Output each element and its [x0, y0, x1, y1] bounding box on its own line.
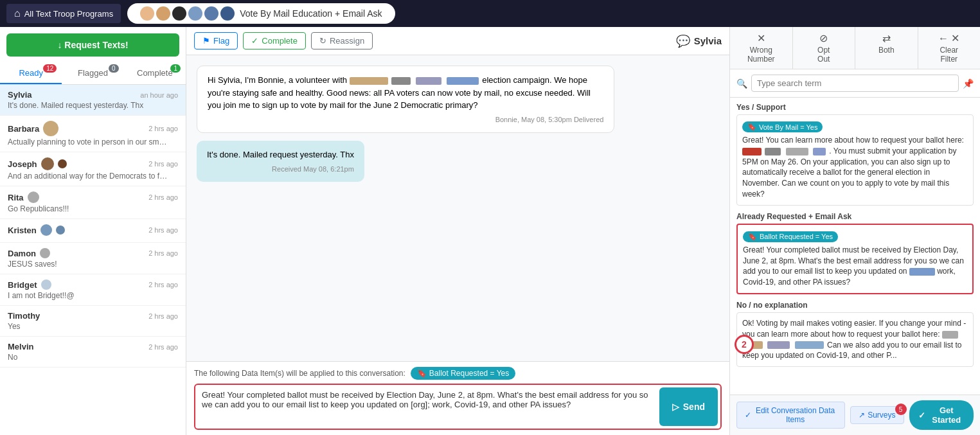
contact-preview: Actually planning to vote in person in o… — [8, 138, 168, 146]
tab-complete-label: Complete — [137, 68, 173, 78]
campaign-title: Vote By Mail Education + Email Ask — [240, 8, 382, 19]
chat-icon: 💬 — [676, 34, 690, 48]
contact-time: 2 hrs ago — [148, 281, 178, 289]
avatar-damon — [40, 248, 50, 258]
contact-time: 2 hrs ago — [148, 160, 178, 168]
blur-org2 — [391, 77, 411, 85]
contact-item-sylvia[interactable]: Sylvia an hour ago It's done. Mailed req… — [0, 85, 186, 116]
tabs-row: Ready 12 Flagged 0 Complete 1 — [0, 63, 186, 85]
clear-filter-label: ClearFilter — [940, 46, 958, 64]
contact-header: Timothy 2 hrs ago — [8, 311, 178, 321]
pin-icon: 📌 — [963, 78, 974, 89]
contact-name: Rita — [8, 191, 39, 203]
request-texts-label: ↓ Request Texts! — [57, 40, 128, 50]
blur1 — [742, 148, 762, 155]
contact-header: Kristen 2 hrs ago — [8, 224, 178, 236]
search-bar: 🔍 📌 — [730, 69, 980, 98]
contact-preview: No — [8, 353, 168, 362]
contact-time: 2 hrs ago — [148, 343, 178, 351]
compose-textarea[interactable]: Great! Your completed ballot must be rec… — [198, 387, 654, 426]
complete-label: Complete — [262, 36, 298, 46]
tab-ready-label: Ready — [19, 68, 43, 78]
flag-icon: ⚑ — [202, 36, 210, 46]
message-text: Hi Sylvia, I'm Bonnie, a volunteer with — [208, 75, 350, 85]
avatar-kristen2 — [56, 226, 65, 235]
tab-ready[interactable]: Ready 12 — [0, 63, 62, 84]
contact-time: 2 hrs ago — [148, 125, 178, 132]
section-yes-support: Yes / Support 🔖 Vote By Mail = Yes Great… — [736, 103, 974, 206]
ballot-requested-tag: 🔖 Ballot Requested = Yes — [743, 231, 838, 242]
flag-label: Flag — [213, 36, 229, 46]
contact-item-melvin[interactable]: Melvin 2 hrs ago No — [0, 337, 186, 368]
contact-time: 2 hrs ago — [148, 226, 178, 234]
contact-item-kristen[interactable]: Kristen 2 hrs ago — [0, 219, 186, 243]
wrong-number-icon: ✕ — [757, 32, 765, 44]
contact-name: Bridget — [8, 280, 51, 290]
bookmark-icon: 🔖 — [747, 123, 756, 131]
tag-text: Vote By Mail = Yes — [759, 123, 817, 131]
get-started-button[interactable]: ✓ Get Started — [909, 400, 974, 430]
clear-filter-button[interactable]: ← ✕ ClearFilter — [918, 27, 981, 69]
top-nav: ⌂ All Text Troop Programs Vote By Mail E… — [0, 0, 980, 27]
search-icon: 🔍 — [736, 78, 747, 89]
tab-complete[interactable]: Complete 1 — [124, 63, 186, 84]
contact-item-damon[interactable]: Damon 2 hrs ago JESUS saves! — [0, 243, 186, 274]
surveys-badge: 5 — [895, 404, 907, 415]
right-footer: ✓ Edit Conversation Data Items ↗ Surveys… — [730, 395, 980, 435]
opt-out-icon: ⊘ — [819, 32, 828, 44]
section-title: Yes / Support — [736, 103, 974, 112]
reassign-label: Reassign — [330, 36, 364, 46]
avatar-joseph2 — [58, 159, 67, 168]
wrong-number-button[interactable]: ✕ WrongNumber — [730, 27, 793, 69]
section-title-no: No / no explanation — [736, 301, 974, 310]
incoming-message: It's done. Mailed request yesterday. Thx… — [197, 141, 364, 182]
both-button[interactable]: ⇄ Both — [855, 27, 918, 69]
opt-out-button[interactable]: ⊘ OptOut — [793, 27, 856, 69]
contact-item-joseph[interactable]: Joseph 2 hrs ago And an additional way f… — [0, 152, 186, 186]
bookmark-icon: 🔖 — [417, 369, 427, 378]
outgoing-message: Hi Sylvia, I'm Bonnie, a volunteer with … — [197, 66, 614, 133]
contact-item-barbara[interactable]: Barbara 2 hrs ago Actually planning to v… — [0, 116, 186, 152]
canned-item-vote-by-mail-yes[interactable]: 🔖 Vote By Mail = Yes Great! You can lear… — [736, 114, 974, 206]
contact-item-rita[interactable]: Rita 2 hrs ago Go Republicans!!! — [0, 186, 186, 219]
home-icon: ⌂ — [14, 8, 21, 19]
contact-item-bridget[interactable]: Bridget 2 hrs ago I am not Bridget!!@ — [0, 274, 186, 306]
tab-flagged-badge: 0 — [109, 64, 119, 73]
canned-item-no[interactable]: Ok! Voting by mail makes voting easier. … — [736, 312, 974, 367]
tab-flagged-label: Flagged — [78, 68, 108, 78]
blur-org — [350, 77, 388, 85]
avatar-barbara — [43, 121, 58, 136]
home-button[interactable]: ⌂ All Text Troop Programs — [6, 4, 121, 23]
contact-item-timothy[interactable]: Timothy 2 hrs ago Yes — [0, 306, 186, 337]
contact-name: Joseph — [8, 157, 67, 170]
get-started-label: Get Started — [929, 405, 965, 425]
canned-item-ballot-requested[interactable]: 🔖 Ballot Requested = Yes Great! Your com… — [736, 224, 974, 294]
flag-button[interactable]: ⚑ Flag — [194, 32, 238, 49]
contact-header: Sylvia an hour ago — [8, 90, 178, 100]
request-texts-button[interactable]: ↓ Request Texts! — [6, 33, 179, 57]
avatar-3 — [172, 6, 186, 21]
tab-complete-badge: 1 — [170, 64, 181, 73]
edit-conv-label: Edit Conversation Data Items — [754, 406, 837, 424]
avatar-2 — [156, 6, 170, 21]
wrong-number-label: WrongNumber — [747, 46, 775, 64]
vote-by-mail-tag: 🔖 Vote By Mail = Yes — [742, 121, 823, 132]
tag-text: Ballot Requested = Yes — [760, 233, 833, 240]
send-button[interactable]: ▷ Send — [659, 387, 718, 426]
search-input[interactable] — [751, 75, 959, 92]
contact-name: Timothy — [8, 311, 40, 321]
contact-time: 2 hrs ago — [148, 193, 178, 201]
reassign-button[interactable]: ↻ Reassign — [311, 32, 373, 49]
blur-no1 — [942, 331, 958, 339]
campaign-title-bar: Vote By Mail Education + Email Ask — [127, 3, 395, 24]
complete-button[interactable]: ✓ Complete — [243, 32, 306, 49]
avatar-4 — [188, 6, 202, 21]
edit-conversation-button[interactable]: ✓ Edit Conversation Data Items — [736, 402, 845, 429]
message-text: It's done. Mailed request yesterday. Thx — [207, 150, 354, 159]
tag-label: Ballot Requested = Yes — [429, 369, 509, 378]
contact-name: Melvin — [8, 342, 33, 351]
left-sidebar: ↓ Request Texts! Ready 12 Flagged 0 Comp… — [0, 27, 186, 435]
checkmark-icon: ✓ — [918, 411, 925, 420]
avatar-5 — [204, 6, 218, 21]
tab-flagged[interactable]: Flagged 0 — [62, 63, 123, 84]
